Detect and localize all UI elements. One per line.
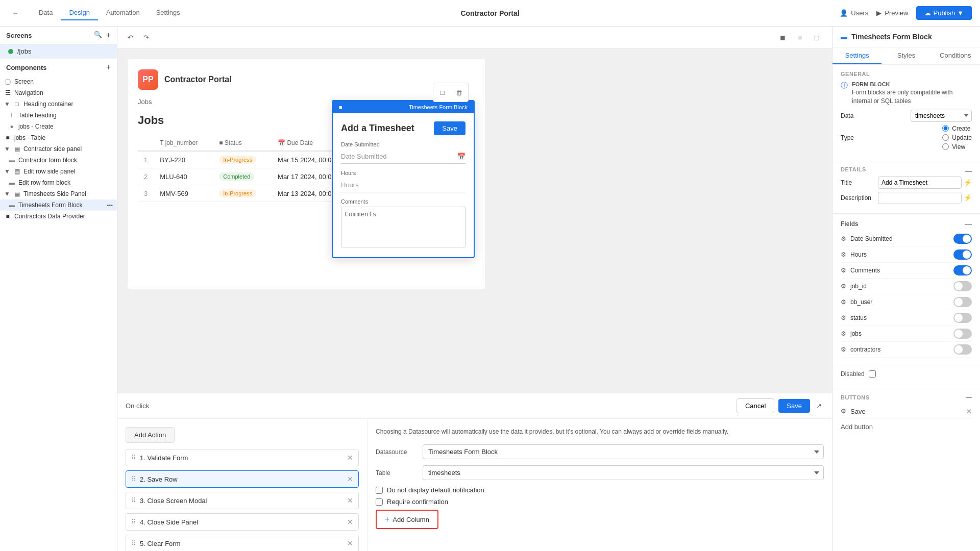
- delete-form-button[interactable]: 🗑: [452, 85, 466, 99]
- add-button-row[interactable]: Add button: [841, 419, 972, 435]
- require-confirmation-checkbox[interactable]: [376, 498, 383, 506]
- tree-item-edit-row-form-block[interactable]: ▬ Edit row form block: [0, 177, 117, 188]
- preview-button[interactable]: ▶ Preview: [876, 9, 908, 17]
- action-close-button[interactable]: ✕: [347, 496, 353, 505]
- button-remove-button[interactable]: ✕: [966, 408, 972, 415]
- field-toggle[interactable]: [953, 329, 972, 339]
- type-view-option[interactable]: View: [942, 143, 972, 151]
- action-close-button[interactable]: ✕: [347, 518, 353, 526]
- action-item[interactable]: ⠿ 2. Save Row ✕: [126, 470, 359, 488]
- tab-design[interactable]: Design: [61, 6, 97, 20]
- tree-item-screen[interactable]: ▢ Screen: [0, 76, 117, 87]
- undo-button[interactable]: ↶: [126, 32, 135, 43]
- description-bolt-icon[interactable]: ⚡: [964, 194, 972, 202]
- description-input[interactable]: [878, 192, 962, 204]
- action-item[interactable]: ⠿ 5. Clear Form ✕: [126, 535, 359, 551]
- field-toggle[interactable]: [953, 344, 972, 355]
- field-gear-icon[interactable]: ⚙: [841, 314, 846, 321]
- add-screen-button[interactable]: +: [106, 31, 111, 40]
- back-button[interactable]: ←: [8, 6, 22, 20]
- bottom-panel-actions: Cancel Save ↗: [737, 398, 824, 413]
- field-toggle[interactable]: [953, 265, 972, 276]
- field-gear-icon[interactable]: ⚙: [841, 283, 846, 290]
- screens-title: Screens: [6, 32, 32, 39]
- tree-item-table-heading[interactable]: T Table heading: [0, 110, 117, 121]
- mobile-view-button[interactable]: ◻: [810, 32, 824, 43]
- require-confirmation-label: Require confirmation: [387, 498, 448, 506]
- form-title: Add a Timesheet: [341, 123, 414, 134]
- tree-item-timesheets-side-panel[interactable]: ▼ ▤ Timesheets Side Panel: [0, 188, 117, 199]
- collapse-details-button[interactable]: —: [965, 167, 972, 175]
- comments-textarea[interactable]: [341, 207, 465, 247]
- tree-item-heading-container[interactable]: ▼ □ Heading container: [0, 98, 117, 110]
- tree-item-edit-row-side-panel[interactable]: ▼ ▤ Edit row side panel: [0, 166, 117, 177]
- copy-form-button[interactable]: □: [435, 85, 450, 99]
- add-column-button[interactable]: + Add Column: [376, 510, 438, 529]
- tree-item-contractors-data-provider[interactable]: ■ Contractors Data Provider: [0, 211, 117, 222]
- hours-input[interactable]: Hours: [341, 178, 465, 192]
- cancel-button[interactable]: Cancel: [737, 398, 774, 413]
- action-close-button[interactable]: ✕: [347, 475, 353, 483]
- disabled-checkbox[interactable]: [869, 370, 876, 378]
- field-gear-icon[interactable]: ⚙: [841, 251, 846, 258]
- title-bolt-icon[interactable]: ⚡: [964, 179, 972, 186]
- field-gear-icon[interactable]: ⚙: [841, 346, 846, 353]
- action-close-button[interactable]: ✕: [347, 539, 353, 547]
- publish-button[interactable]: ☁ Publish ▼: [916, 6, 972, 20]
- tree-item-contractor-side-panel[interactable]: ▼ ▤ Contractor side panel: [0, 143, 117, 155]
- add-action-button[interactable]: Add Action: [126, 427, 175, 443]
- expand-panel-button[interactable]: ↗: [814, 400, 824, 412]
- action-item[interactable]: ⠿ 4. Close Side Panel ✕: [126, 513, 359, 531]
- field-toggle[interactable]: [953, 249, 972, 260]
- redo-button[interactable]: ↷: [141, 32, 151, 43]
- field-gear-icon[interactable]: ⚙: [841, 330, 846, 337]
- field-toggle[interactable]: [953, 281, 972, 291]
- field-toggle[interactable]: [953, 297, 972, 307]
- add-component-button[interactable]: +: [106, 63, 111, 72]
- tree-item-contractor-form-block[interactable]: ▬ Contractor form block: [0, 155, 117, 166]
- tab-styles[interactable]: Styles: [881, 47, 930, 64]
- action-close-button[interactable]: ✕: [347, 454, 353, 462]
- tablet-view-button[interactable]: ◽: [792, 32, 808, 43]
- field-gear-icon[interactable]: ⚙: [841, 298, 846, 306]
- more-options-button[interactable]: •••: [107, 202, 113, 208]
- field-name: contractors: [850, 346, 949, 353]
- button-gear-icon[interactable]: ⚙: [841, 408, 846, 415]
- tree-item-timesheets-form-block[interactable]: ▬ Timesheets Form Block •••: [0, 199, 117, 211]
- publish-icon: ☁: [924, 9, 931, 17]
- collapse-buttons-button[interactable]: —: [966, 394, 972, 400]
- tree-item-jobs-table[interactable]: ■ jobs - Table: [0, 132, 117, 143]
- tab-settings[interactable]: Settings: [148, 6, 188, 20]
- type-create-option[interactable]: Create: [942, 125, 972, 132]
- type-update-radio[interactable]: [942, 134, 949, 141]
- users-button[interactable]: 👤 Users: [840, 9, 868, 17]
- tree-item-navigation[interactable]: ☰ Navigation: [0, 87, 117, 98]
- screen-item-jobs[interactable]: /jobs: [0, 44, 117, 58]
- data-select[interactable]: timesheets: [911, 110, 972, 122]
- field-toggle[interactable]: [953, 313, 972, 323]
- type-update-option[interactable]: Update: [942, 134, 972, 141]
- tree-item-jobs-create[interactable]: ● jobs - Create: [0, 121, 117, 132]
- action-item[interactable]: ⠿ 3. Close Screen Modal ✕: [126, 492, 359, 509]
- date-submitted-input[interactable]: Date Submitted 📅: [341, 149, 465, 164]
- title-input[interactable]: [878, 177, 962, 189]
- collapse-fields-button[interactable]: —: [965, 220, 972, 228]
- table-select[interactable]: timesheets: [423, 465, 824, 480]
- field-toggle[interactable]: [953, 234, 972, 244]
- desktop-view-button[interactable]: ◼: [776, 32, 790, 43]
- field-gear-icon[interactable]: ⚙: [841, 267, 846, 274]
- tab-settings[interactable]: Settings: [832, 47, 881, 64]
- save-action-button[interactable]: Save: [778, 399, 810, 413]
- no-notification-checkbox[interactable]: [376, 487, 383, 494]
- datasource-select[interactable]: Timesheets Form Block: [423, 444, 824, 459]
- field-gear-icon[interactable]: ⚙: [841, 235, 846, 242]
- action-item[interactable]: ⠿ 1. Validate Form ✕: [126, 449, 359, 466]
- table-label: Table: [376, 469, 416, 477]
- search-icon[interactable]: 🔍: [94, 31, 102, 40]
- form-save-button[interactable]: Save: [434, 121, 465, 135]
- type-create-radio[interactable]: [942, 125, 949, 132]
- type-view-radio[interactable]: [942, 143, 949, 150]
- tab-data[interactable]: Data: [31, 6, 61, 20]
- tab-conditions[interactable]: Conditions: [931, 47, 980, 64]
- tab-automation[interactable]: Automation: [98, 6, 148, 20]
